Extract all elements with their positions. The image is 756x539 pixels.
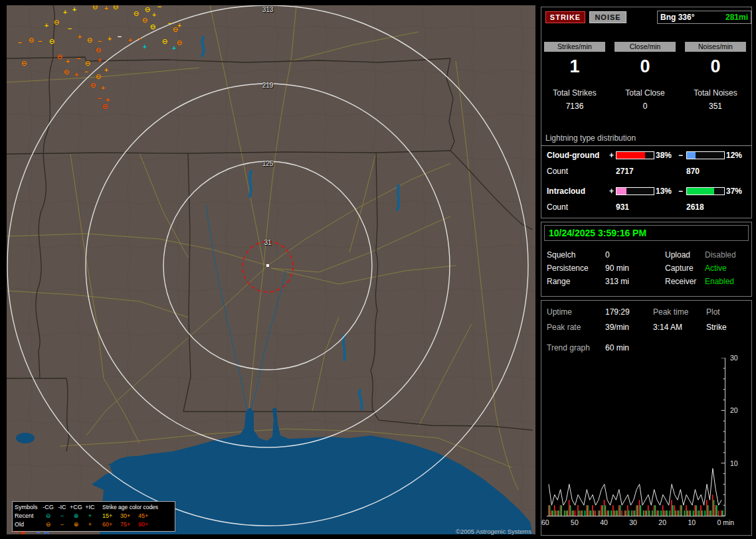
ic-minus-count: 2618 (686, 202, 704, 212)
total-noises-value: 351 (685, 102, 746, 111)
range-value: 313 mi (605, 277, 629, 286)
trend-x-tick: 20 (658, 518, 685, 526)
intracloud-count-row: Count 931 2618 (541, 202, 751, 212)
stats-row: Peak rate 39/min 3:14 AM Strike (541, 323, 751, 332)
ic-minus-bar (686, 187, 725, 195)
trend-graph-label: Trend graph (547, 343, 590, 352)
capture-status: Active (705, 264, 727, 273)
cg-minus-bar-fill (687, 152, 696, 159)
pos-cg-icon: ⊕ (69, 520, 83, 529)
status-row: Persistence 90 min Capture Active (541, 264, 751, 273)
legend-col-neg-ic: -IC (55, 503, 69, 512)
neg-cg-icon: ⊖ (41, 520, 55, 529)
strike-symbol: ⊖ (142, 17, 147, 24)
copyright-text: ©2005 Astrogenic Systems (456, 528, 549, 535)
strike-symbol: − (118, 33, 122, 40)
total-noises-label: Total Noises (685, 88, 746, 98)
cloud-ground-label: Cloud-ground (547, 151, 599, 160)
upload-status: Disabled (705, 250, 736, 260)
age-code: 60+ (102, 520, 120, 529)
strike-symbol: − (157, 5, 161, 11)
noises-per-min-button[interactable]: Noises/min (685, 42, 746, 52)
trend-x-tick: 30 (629, 518, 656, 526)
legend-col-pos-ic: +IC (83, 503, 97, 512)
ic-minus-pct: 37% (726, 187, 742, 196)
cg-plus-bar (616, 151, 654, 159)
age-code: 45+ (138, 512, 156, 520)
capture-label: Capture (665, 264, 694, 273)
squelch-value: 0 (605, 250, 610, 260)
cg-minus-count: 870 (686, 167, 700, 176)
strike-symbol: + (128, 37, 132, 44)
map-view[interactable]: −⊖⊖++⊖+⊖⊖+⊖⊖−⊖++⊖−+−+−++⊖⊖⊖+−⊖+⊖+−⊖+⊖+−+… (7, 5, 535, 534)
strike-symbol: ⊖ (144, 6, 150, 13)
legend-recent-label: Recent (15, 512, 41, 520)
minus-sign: − (678, 187, 683, 196)
upload-label: Upload (665, 250, 690, 260)
persistence-value: 90 min (605, 264, 629, 273)
minus-sign: − (678, 151, 683, 160)
neg-cg-icon: ⊖ (41, 512, 55, 520)
legend-col-pos-cg: +CG (69, 503, 83, 512)
trend-y-tick: 20 (730, 406, 746, 414)
strike-symbol: ⊖ (149, 23, 155, 31)
strike-symbol: − (18, 39, 22, 46)
strike-indicator-button[interactable]: STRIKE (545, 11, 585, 23)
strike-symbol: ⊖ (95, 46, 101, 54)
strike-symbol: − (76, 55, 80, 62)
strike-symbol: ⊖ (63, 68, 69, 76)
age-code: 75+ (120, 520, 138, 529)
trend-y-tick: 30 (730, 354, 746, 362)
strike-symbol: − (84, 68, 88, 76)
ic-plus-count: 931 (616, 202, 629, 212)
cg-minus-pct: 12% (726, 151, 742, 160)
stats-trend-panel: Uptime 179:29 Peak time Plot Peak rate 3… (541, 300, 752, 536)
receiver-label: Receiver (665, 277, 696, 286)
strike-symbol: ⊖ (112, 5, 118, 11)
noise-indicator-button[interactable]: NOISE (589, 11, 626, 23)
trend-graph-plot (547, 358, 747, 524)
range-ring-label-125: 125 (256, 160, 280, 167)
strike-symbol: ⊖ (92, 5, 98, 11)
legend-col-neg-cg: -CG (41, 503, 55, 512)
cloud-ground-row: Cloud-ground + 38% − 12% (541, 151, 751, 160)
uptime-value: 179:29 (605, 307, 630, 317)
age-code: 30+ (120, 512, 138, 520)
neg-ic-icon: − (55, 512, 69, 520)
strike-symbol: ⊖ (86, 37, 92, 44)
pos-cg-icon: ⊕ (69, 512, 83, 520)
legend-age-header: Strike age color codes (97, 503, 173, 512)
pos-ic-icon: + (83, 512, 97, 520)
ic-plus-pct: 13% (656, 187, 672, 196)
age-code: 15+ (102, 512, 120, 520)
strike-symbol: + (177, 22, 181, 29)
trend-y-tick: 10 (730, 459, 746, 467)
pos-ic-icon: + (83, 520, 97, 529)
intracloud-label: Intracloud (547, 187, 585, 196)
strike-summary-panel: STRIKE NOISE Bng 336° 281mi Strikes/min … (541, 7, 752, 218)
strike-symbol: ⊖ (53, 19, 59, 26)
uptime-label: Uptime (547, 307, 572, 317)
count-label: Count (547, 167, 568, 176)
strike-symbol: − (98, 38, 102, 45)
trend-x-tick: 10 (688, 518, 714, 526)
strike-symbol: ⊖ (161, 38, 167, 45)
status-row: Squelch 0 Upload Disabled (541, 250, 751, 260)
plus-sign: + (609, 187, 614, 196)
distribution-title: Lightning type distribution (541, 133, 751, 146)
strike-symbol: ⊖ (133, 10, 139, 17)
close-per-min-button[interactable]: Close/min (614, 42, 676, 52)
trend-x-tick: 40 (600, 518, 626, 526)
peak-rate-value: 39/min (605, 323, 629, 332)
strike-symbol: + (63, 9, 67, 16)
noises-per-min-value: 0 (685, 56, 746, 77)
bearing-distance: 281mi (725, 11, 748, 23)
strike-symbol: + (98, 56, 102, 64)
strike-symbol: + (104, 66, 108, 74)
bearing-box: Bng 336° 281mi (657, 11, 751, 24)
intracloud-row: Intracloud + 13% − 37% (541, 187, 751, 196)
peak-time-value: 3:14 AM (653, 323, 682, 332)
strikes-per-min-button[interactable]: Strikes/min (544, 42, 605, 52)
persistence-label: Persistence (547, 264, 589, 273)
strike-symbol: ⊖ (48, 38, 54, 45)
